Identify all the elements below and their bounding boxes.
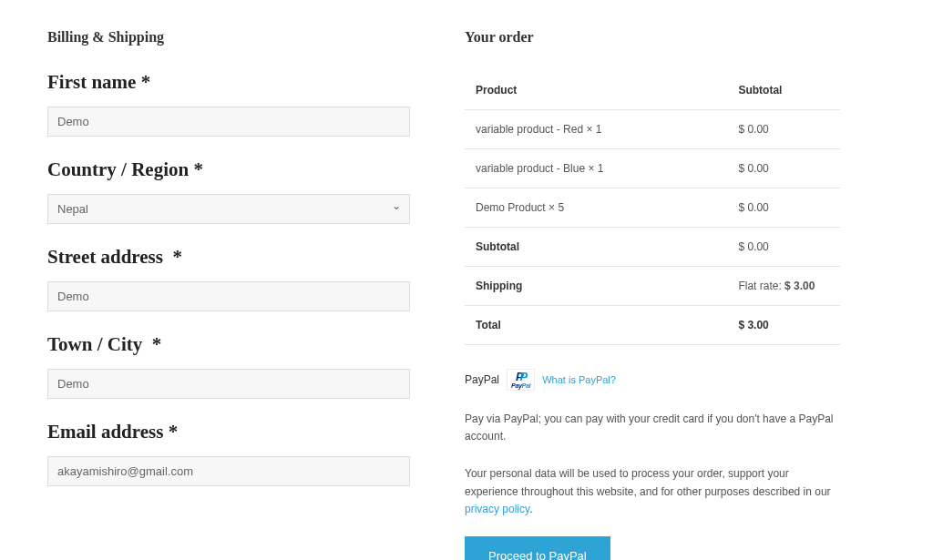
order-shipping-label: Shipping xyxy=(465,267,727,306)
order-item-name: variable product - Blue × 1 xyxy=(465,149,727,188)
street-label: Street address * xyxy=(47,246,410,269)
privacy-policy-link[interactable]: privacy policy xyxy=(465,503,529,515)
order-heading: Your order xyxy=(465,29,840,46)
order-subtotal-value: $ 0.00 xyxy=(727,228,840,267)
privacy-text-part1: Your personal data will be used to proce… xyxy=(465,467,831,497)
order-total-value: $ 3.00 xyxy=(727,306,840,345)
email-input[interactable] xyxy=(47,456,410,486)
required-marker: * xyxy=(141,71,151,93)
label-text: Street address xyxy=(47,246,163,268)
privacy-text: Your personal data will be used to proce… xyxy=(465,465,840,518)
billing-heading: Billing & Shipping xyxy=(47,29,410,46)
label-text: First name xyxy=(47,71,136,93)
order-shipping-value: Flat rate: $ 3.00 xyxy=(727,267,840,306)
required-marker: * xyxy=(172,246,182,268)
payment-description: Pay via PayPal; you can pay with your cr… xyxy=(465,411,840,445)
country-select[interactable]: Nepal xyxy=(47,194,410,224)
order-item-subtotal: $ 0.00 xyxy=(727,149,840,188)
order-item-name: variable product - Red × 1 xyxy=(465,110,727,149)
payment-method-label: PayPal xyxy=(465,373,499,386)
order-item-subtotal: $ 0.00 xyxy=(727,188,840,228)
required-marker: * xyxy=(193,158,203,180)
order-item-subtotal: $ 0.00 xyxy=(727,110,840,149)
order-subtotal-row: Subtotal $ 0.00 xyxy=(465,228,840,267)
order-total-label: Total xyxy=(465,306,727,345)
order-table: Product Subtotal variable product - Red … xyxy=(465,71,840,345)
label-text: Country / Region xyxy=(47,158,189,180)
order-item-row: Demo Product × 5 $ 0.00 xyxy=(465,188,840,228)
order-item-row: variable product - Red × 1 $ 0.00 xyxy=(465,110,840,149)
privacy-text-part2: . xyxy=(529,503,532,515)
order-header-product: Product xyxy=(465,71,727,110)
order-total-row: Total $ 3.00 xyxy=(465,306,840,345)
city-label: Town / City * xyxy=(47,333,410,356)
required-marker: * xyxy=(152,333,162,355)
order-header-subtotal: Subtotal xyxy=(727,71,840,110)
what-is-paypal-link[interactable]: What is PayPal? xyxy=(542,374,616,385)
first-name-input[interactable] xyxy=(47,107,410,137)
label-text: Town / City xyxy=(47,333,142,355)
email-label: Email address * xyxy=(47,421,410,443)
order-shipping-row: Shipping Flat rate: $ 3.00 xyxy=(465,267,840,306)
payment-method[interactable]: PayPal PP PayPal What is PayPal? xyxy=(465,369,840,391)
order-item-row: variable product - Blue × 1 $ 0.00 xyxy=(465,149,840,188)
order-subtotal-label: Subtotal xyxy=(465,228,727,267)
proceed-button[interactable]: Proceed to PayPal xyxy=(465,536,610,560)
order-item-name: Demo Product × 5 xyxy=(465,188,727,228)
paypal-icon: PP PayPal xyxy=(507,369,535,391)
city-input[interactable] xyxy=(47,369,410,399)
first-name-label: First name * xyxy=(47,71,410,94)
required-marker: * xyxy=(169,421,179,443)
label-text: Email address xyxy=(47,421,163,443)
country-label: Country / Region * xyxy=(47,158,410,181)
street-input[interactable] xyxy=(47,281,410,311)
